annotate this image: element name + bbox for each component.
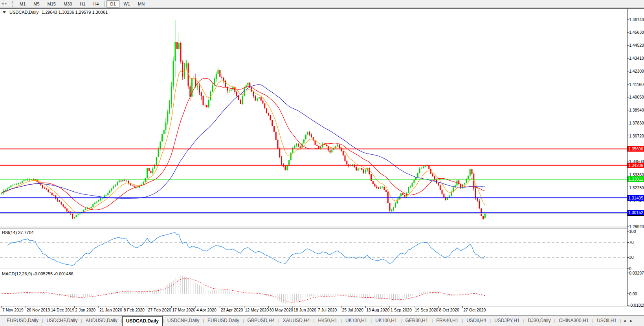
timeframe-button-w1[interactable]: W1 xyxy=(120,0,134,7)
date-axis-label: 7 Nov 2019 xyxy=(2,308,24,312)
crosshair-tool-icon[interactable]: + xyxy=(2,1,4,7)
price-axis-label: 1.42300 xyxy=(629,69,644,74)
chart-canvas[interactable] xyxy=(0,8,644,315)
price-level-badge: 1.31405 xyxy=(627,195,644,201)
top-toolbar: + ▼ M1M5M15M30H1H4D1W1MN xyxy=(0,0,644,8)
chart-title: USDCAD,Daily 1.29643 1.30236 1.29579 1.3… xyxy=(3,10,108,15)
macd-axis-label: 0.00 xyxy=(629,291,637,297)
price-axis-label: 1.38940 xyxy=(629,108,644,113)
price-level-badge: 1.34206 xyxy=(627,163,644,168)
toolbar-separator xyxy=(104,1,105,7)
price-level-badge: 1.30152 xyxy=(627,210,644,215)
date-axis-label: 27 Oct 2020 xyxy=(463,308,486,312)
tab-uk100-h1-10[interactable]: UK100,H1 xyxy=(372,316,400,326)
rsi-axis-label: 100 xyxy=(629,229,636,234)
chart-symbol-period: USDCAD,Daily xyxy=(9,10,39,15)
date-axis-label: 2 Jan 2020 xyxy=(75,308,95,312)
date-axis-label: 8 Feb 2020 xyxy=(124,308,145,312)
macd-indicator-label: MACD(12,26,9) -0.005255 -0.001486 xyxy=(2,271,73,276)
tab-usoil-h1-17[interactable]: USOil,H1 xyxy=(593,316,620,326)
chart-ohlc-values: 1.29643 1.30236 1.29579 1.30061 xyxy=(42,10,108,15)
chart-window: USDCAD,Daily 1.29643 1.30236 1.29579 1.3… xyxy=(0,8,644,315)
tab-fra40-h1-12[interactable]: FRA40,H1 xyxy=(433,316,462,326)
timeframe-button-mn[interactable]: MN xyxy=(134,0,148,7)
price-axis-label: 1.43410 xyxy=(629,56,644,61)
tab-audusd-daily-2[interactable]: AUDUSD,Daily xyxy=(82,316,121,326)
tab-usdjpy-h1-14[interactable]: USDJPY,H1 xyxy=(491,316,523,326)
macd-axis-label: 0.032972 xyxy=(629,271,644,276)
rsi-axis-label: 70 xyxy=(629,240,634,245)
toolbar-separator xyxy=(10,1,10,7)
toolbar-drag-grip[interactable] xyxy=(12,1,14,7)
date-axis-label: 13 Aug 2020 xyxy=(366,308,389,312)
date-axis-label: 7 Jul 2020 xyxy=(318,308,337,312)
tab-usdchf-daily-1[interactable]: USDCHF,Daily xyxy=(43,316,81,326)
date-axis-label: 18 Jun 2020 xyxy=(294,308,316,312)
chart-tabs: EURUSD,Daily|USDCHF,Daily|AUDUSD,Daily|U… xyxy=(3,316,635,326)
date-axis-label: 8 Oct 2020 xyxy=(439,308,459,312)
tab-xauusd-h4-7[interactable]: XAUUSD,H4 xyxy=(279,316,314,326)
price-axis-label: 1.45630 xyxy=(629,30,644,35)
rsi-axis-label: 30 xyxy=(629,255,634,260)
macd-axis-label: -0.018154 xyxy=(629,303,644,308)
price-axis-label: 1.44520 xyxy=(629,43,644,48)
date-axis-label: 21 Jan 2020 xyxy=(99,308,122,312)
price-axis-label: 1.40050 xyxy=(629,95,644,100)
date-axis-label: 25 Jul 2020 xyxy=(342,308,363,312)
tab-china300-h1-16[interactable]: CHINA300,H1 xyxy=(555,316,592,326)
tab-hk50-h1-8[interactable]: HK50,H1 xyxy=(314,316,341,326)
date-axis-label: 30 May 2020 xyxy=(269,308,293,312)
timeframe-button-h4[interactable]: H4 xyxy=(90,0,102,7)
date-axis-label: 17 Mar 2020 xyxy=(172,308,195,312)
tab-usoil-h4-13[interactable]: USOil,H4 xyxy=(463,316,490,326)
tab-eurusd-daily-5[interactable]: EURUSD,Daily xyxy=(204,316,243,326)
date-axis-label: 27 Feb 2020 xyxy=(148,308,171,312)
tab-scroll-right-icon[interactable]: ► xyxy=(628,319,635,323)
timeframe-button-d1[interactable]: D1 xyxy=(106,0,119,7)
date-axis-label: 1 Sep 2020 xyxy=(391,308,412,312)
tab-usdcad-daily-3[interactable]: USDCAD,Daily xyxy=(122,316,163,326)
price-level-badge: 1.33011 xyxy=(627,176,644,182)
date-axis-label: 19 Sep 2020 xyxy=(415,308,439,312)
chevron-down-icon[interactable]: ▼ xyxy=(5,3,7,5)
chart-title-marker-icon[interactable] xyxy=(3,11,6,13)
price-axis-label: 1.37830 xyxy=(629,121,644,126)
date-axis-label: 4 Apr 2020 xyxy=(196,308,217,312)
tab-dj30-daily-15[interactable]: DJ30,Daily xyxy=(524,316,554,326)
tab-ger30-h1-11[interactable]: GER30,H1 xyxy=(402,316,431,326)
chart-tab-bar: EURUSD,Daily|USDCHF,Daily|AUDUSD,Daily|U… xyxy=(0,315,644,326)
date-axis-label: 23 Apr 2020 xyxy=(221,308,243,312)
tab-usdcnh-daily-4[interactable]: USDCNH,Daily xyxy=(164,316,203,326)
tab-scroll-left-icon[interactable]: ◄ xyxy=(621,319,628,323)
timeframe-button-m30[interactable]: M30 xyxy=(60,0,75,7)
timeframe-button-h1[interactable]: H1 xyxy=(76,0,89,7)
tab-eurusd-daily-0[interactable]: EURUSD,Daily xyxy=(3,316,42,326)
price-level-badge: 1.35606 xyxy=(627,146,644,152)
timeframe-button-group: M1M5M15M30H1H4D1W1MN xyxy=(16,0,149,7)
rsi-indicator-label: RSI(14) 37.7704 xyxy=(2,230,34,235)
price-axis-label: 1.46740 xyxy=(629,17,644,22)
price-axis-label: 1.32250 xyxy=(629,185,644,190)
tab-gbpusd-h4-6[interactable]: GBPUSD,H4 xyxy=(244,316,278,326)
date-axis-label: 12 May 2020 xyxy=(245,308,269,312)
tab-uk100-h1-9[interactable]: UK100,H1 xyxy=(342,316,371,326)
price-axis-label: 1.41160 xyxy=(629,82,644,87)
date-axis-label: 14 Dec 2019 xyxy=(51,308,75,312)
price-axis-label: 1.36720 xyxy=(629,134,644,139)
timeframe-button-m5[interactable]: M5 xyxy=(30,0,43,7)
timeframe-button-m15[interactable]: M15 xyxy=(44,0,59,7)
timeframe-button-m1[interactable]: M1 xyxy=(16,0,29,7)
date-axis-label: 26 Nov 2019 xyxy=(27,308,50,312)
